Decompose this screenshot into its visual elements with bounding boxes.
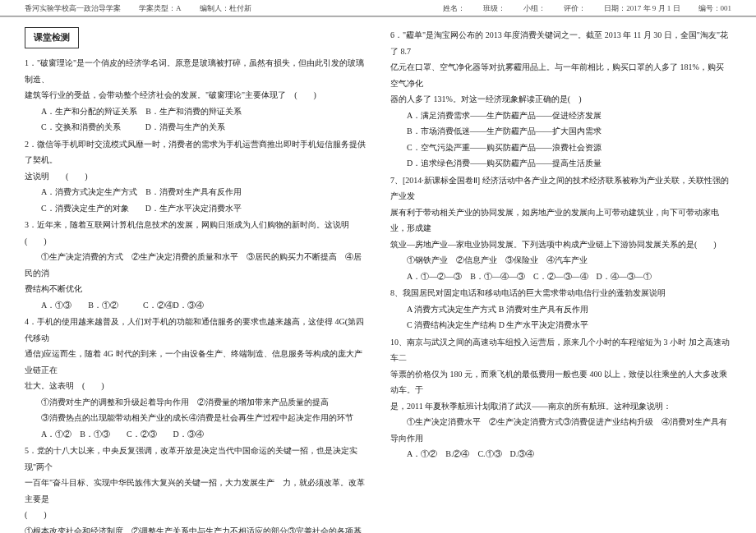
- question-5: 5．党的十八大以来，中央反复强调，改革开放是决定当代中国命运的关键一招，也是决定…: [25, 443, 366, 533]
- eval-field-label: 评价：: [564, 3, 586, 14]
- right-column: 6．"霾单"是淘宝网公布的 2013 年度消费关键词之一。截至 2013 年 1…: [390, 27, 731, 533]
- section-title-box: 课堂检测: [25, 27, 79, 48]
- class-field-label: 班级：: [483, 3, 505, 14]
- q7-line2: 展有利于带动相关产业的协同发展，如房地产业的发展向上可带动建筑业，向下可带动家电…: [390, 208, 719, 233]
- q6-option-c: C．空气污染严重——购买防霾产品——浪费社会资源: [390, 140, 731, 156]
- document-body: 课堂检测 1．"破窗理论"是一个俏皮的经济学名词。原意是玻璃被打碎，虽然有损失，…: [0, 17, 756, 533]
- q3-options: A．①③ B．①② C．②④D．③④: [25, 297, 366, 314]
- author-label: 编制人：杜付新: [200, 3, 251, 14]
- q5-line1: 5．党的十八大以来，中央反复强调，改革开放是决定当代中国命运的关键一招，也是决定…: [25, 446, 357, 471]
- q2-line1: 2．微信等手机即时交流模式风靡一时，消费者的需求为手机运营商推出即时手机短信服务…: [25, 140, 366, 165]
- q4-items-row2: ③消费热点的出现能带动相关产业的成长④消费是社会再生产过程中起决定作用的环节: [25, 413, 353, 422]
- q10-items: ①生产决定消费水平 ②生产决定消费方式③消费促进产业结构升级 ④消费对生产具有导…: [390, 414, 731, 446]
- question-2: 2．微信等手机即时交流模式风靡一时，消费者的需求为手机运营商推出即时手机短信服务…: [25, 136, 366, 217]
- q4-line1: 4．手机的使用越来越普及，人们对手机的功能和通信服务的要求也越来越高，这使得 4…: [25, 317, 364, 342]
- q7-line1: 7、[2014·新课标全国卷Ⅱ] 经济活动中各产业之间的技术经济联系被称为产业关…: [390, 176, 729, 201]
- question-3: 3．近年来，随着互联网计算机信息技术的发展，网购日渐成为人们购物的新时尚。这说明…: [25, 217, 366, 313]
- page-header: 香河实验学校高一政治导学案 学案类型：A 编制人：杜付新 姓名： 班级： 小组：…: [0, 0, 756, 16]
- q4-line2: 通信)应运而生，随着 4G 时代的到来，一个由设备生产、终端制造、信息服务等构成…: [25, 349, 362, 374]
- q4-items-row1: ①消费对生产的调整和升级起着导向作用 ②消费量的增加带来产品质量的提高: [25, 397, 329, 407]
- q1-line1: 1．"破窗理论"是一个俏皮的经济学名词。原意是玻璃被打碎，虽然有损失，但由此引发…: [25, 58, 364, 84]
- q5-items-line1: ①根本改变社会和经济制度 ②调整生产关系中与生产力不相适应的部分③完善社会的各项…: [25, 526, 362, 533]
- q3-items-line2: 费结构不断优化: [25, 284, 82, 293]
- question-1: 1．"破窗理论"是一个俏皮的经济学名词。原意是玻璃被打碎，虽然有损失，但由此引发…: [25, 55, 366, 136]
- q4-options: A．①② B．①③ C．②③ D．③④: [25, 426, 366, 443]
- q6-option-a: A．满足消费需求——生产防霾产品——促进经济发展: [390, 108, 731, 124]
- question-7: 7、[2014·新课标全国卷Ⅱ] 经济活动中各产业之间的技术经济联系被称为产业关…: [390, 172, 731, 285]
- question-8: 8、我国居民对固定电话和移动电话的巨大需求带动电信行业的蓬勃发展说明 A 消费方…: [390, 285, 731, 333]
- q6-line1: 6．"霾单"是淘宝网公布的 2013 年度消费关键词之一。截至 2013 年 1…: [390, 30, 728, 56]
- q6-line3: 器的人多了 131%。对这一经济现象解读正确的是( ): [390, 94, 582, 103]
- id-label: 编号：001: [698, 3, 732, 14]
- sheet-type: 学案类型：A: [139, 3, 182, 14]
- q4-line3: 壮大。这表明 ( ): [25, 381, 104, 390]
- q6-line2: 亿元在口罩、空气净化器等对抗雾霾用品上。与一年前相比，购买口罩的人多了 181%…: [390, 62, 724, 88]
- left-column: 课堂检测 1．"破窗理论"是一个俏皮的经济学名词。原意是玻璃被打碎，虽然有损失，…: [25, 27, 366, 533]
- question-10: 10、南京与武汉之间的高速动车组投入运营后，原来几个小时的车程缩短为 3 小时 …: [390, 334, 731, 462]
- q6-option-b: B．市场消费低迷——生产防霾产品——扩大国内需求: [390, 123, 731, 140]
- q2-options-row2: C．消费决定生产的对象 D．生产水平决定消费水平: [25, 200, 366, 217]
- q1-options-row2: C．交换和消费的关系 D．消费与生产的关系: [25, 119, 366, 136]
- q2-line2: 这说明 ( ): [25, 172, 88, 181]
- q3-items-line1: ①生产决定消费的方式 ②生产决定消费的质量和水平 ③居民的购买力不断提高 ④居民…: [25, 252, 362, 278]
- q10-line1: 10、南京与武汉之间的高速动车组投入运营后，原来几个小时的车程缩短为 3 小时 …: [390, 338, 730, 363]
- q8-line1: 8、我国居民对固定电话和移动电话的巨大需求带动电信行业的蓬勃发展说明: [390, 288, 666, 297]
- q10-line2: 等票的价格仅为 180 元，而乘飞机的最低费用一般也要 400 以上，致使以往乘…: [390, 370, 727, 395]
- question-4: 4．手机的使用越来越普及，人们对手机的功能和通信服务的要求也越来越高，这使得 4…: [25, 314, 366, 442]
- q3-line1: 3．近年来，随着互联网计算机信息技术的发展，网购日渐成为人们购物的新时尚。这说明…: [25, 220, 357, 246]
- name-field-label: 姓名：: [443, 3, 465, 14]
- q8-options-ab: A 消费方式决定生产方式 B 消费对生产具有反作用: [390, 301, 731, 318]
- q7-items: ①钢铁产业 ②信息产业 ③保险业 ④汽车产业: [390, 255, 588, 264]
- q10-line3: 是，2011 年夏秋季航班计划取消了武汉——南京的所有航班。这种现象说明：: [390, 402, 671, 411]
- q2-options-row1: A．消费方式决定生产方式 B．消费对生产具有反作用: [25, 184, 366, 200]
- q1-options-row1: A．生产和分配的辩证关系 B．生产和消费的辩证关系: [25, 103, 366, 120]
- q5-line3: ( ): [25, 510, 47, 519]
- q6-option-d: D．追求绿色消费——购买防霾产品——提高生活质量: [390, 155, 731, 172]
- q1-line2: 建筑等行业的受益，会带动整个经济社会的发展。"破窗理论"主要体现了 ( ): [25, 90, 316, 99]
- date-label: 日期：2017 年 9 月 1 日: [604, 3, 680, 14]
- q7-options: A．①—②—③ B．①—④—③ C．②—③—④ D．④—③—①: [390, 269, 731, 285]
- question-6: 6．"霾单"是淘宝网公布的 2013 年度消费关键词之一。截至 2013 年 1…: [390, 27, 731, 172]
- q10-options: A．①② B.②④ C.①③ D.③④: [390, 446, 731, 462]
- q5-line2: 一百年"奋斗目标、实现中华民族伟大复兴的关键一招，大力发展生产 力，就必须改革。…: [25, 478, 365, 503]
- group-field-label: 小组：: [523, 3, 546, 14]
- q8-options-cd: C 消费结构决定生产结构 D 生产水平决定消费水平: [390, 317, 731, 333]
- school-name: 香河实验学校高一政治导学案: [25, 3, 121, 14]
- q7-line3: 筑业—房地产业—家电业协同发展。下列选项中构成产业链上下游协同发展关系的是( ): [390, 240, 717, 249]
